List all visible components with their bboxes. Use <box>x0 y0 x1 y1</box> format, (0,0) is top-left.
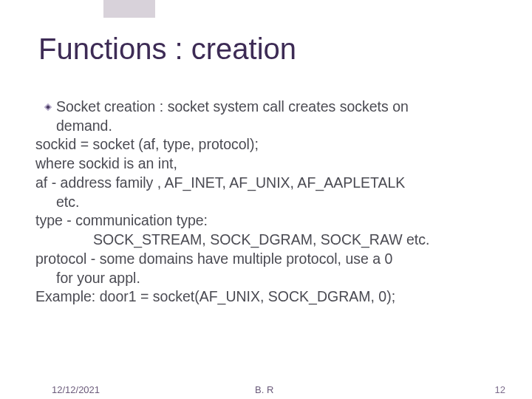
body-line: where sockid is an int, <box>35 154 501 174</box>
body-line: SOCK_STREAM, SOCK_DGRAM, SOCK_RAW etc. <box>35 231 501 250</box>
slide-title: Functions : creation <box>38 33 296 66</box>
body-line: af - address family , AF_INET, AF_UNIX, … <box>35 174 501 193</box>
body-line: type - communication type: <box>35 211 501 231</box>
body-line: sockid = socket (af, type, protocol); <box>35 135 501 154</box>
body-line: demand. <box>35 117 501 136</box>
slide-body: Socket creation : socket system call cre… <box>35 98 501 307</box>
body-line: Socket creation : socket system call cre… <box>35 98 501 117</box>
body-line: etc. <box>35 193 501 212</box>
body-line: Example: door1 = socket(AF_UNIX, SOCK_DG… <box>35 287 501 307</box>
diamond-bullet-icon <box>43 102 53 112</box>
body-line: for your appl. <box>35 269 501 288</box>
body-line: protocol - some domains have multiple pr… <box>35 250 501 269</box>
top-accent-bar <box>103 0 155 18</box>
footer-author: B. R <box>255 384 273 395</box>
footer-page-number: 12 <box>495 384 505 395</box>
footer-date: 12/12/2021 <box>52 384 100 395</box>
body-text: Socket creation : socket system call cre… <box>56 98 409 115</box>
